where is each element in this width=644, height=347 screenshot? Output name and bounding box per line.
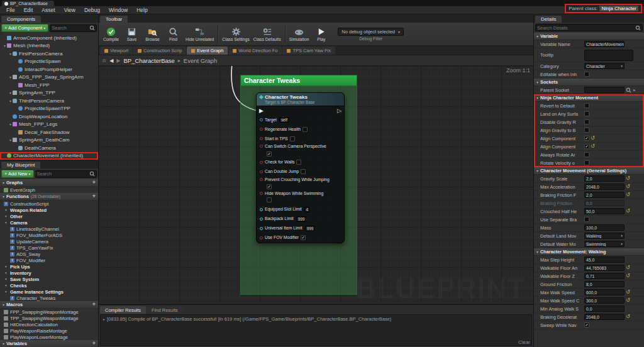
pin-checkbox[interactable] [290, 136, 295, 141]
expander-icon[interactable]: ▸ [103, 317, 105, 321]
menu-help[interactable]: Help [132, 7, 152, 13]
property-checkbox[interactable] [584, 72, 589, 77]
component-tree-item-projectilespawntpp[interactable]: ProjectileSpawnTPP [0, 105, 98, 113]
menu-file[interactable]: File [2, 7, 19, 13]
breadcrumb-current[interactable]: Event Graph [184, 57, 217, 64]
search-icon[interactable] [626, 87, 631, 93]
section-header-character-movement-general-settings[interactable]: ▾Character Movement (General Settings) [534, 167, 644, 175]
find-button[interactable]: Find [163, 23, 184, 45]
my-blueprint-tab[interactable]: My Blueprint [1, 162, 40, 168]
menu-debug[interactable]: Debug [80, 7, 104, 13]
my-blueprint-search[interactable] [35, 170, 97, 178]
play-button[interactable]: Play [311, 23, 331, 45]
forward-arrow-icon[interactable]: ▶ [116, 58, 120, 63]
field-max-acceleration[interactable]: 2048,0 [584, 184, 625, 190]
field-max-step-height[interactable]: 45,0 [584, 256, 625, 263]
tab-event-graph[interactable]: Event Graph [187, 47, 228, 55]
component-tree-item-decal-fakeshadow[interactable]: Decal_FakeShadow [0, 128, 98, 136]
section-header-character-movement-walking[interactable]: ▾Character Movement: Walking [534, 248, 644, 256]
component-tree-item-arrowcomponent-inherited[interactable]: ArrowComponent (Inherited) [0, 34, 98, 42]
dropdown-default-water-mo[interactable]: Swimming▾ [584, 241, 625, 247]
property-checkbox[interactable] [584, 160, 589, 165]
dropdown-category[interactable]: Character▾ [584, 63, 625, 69]
class-defaults-button[interactable]: Class Defaults [252, 23, 283, 45]
component-tree-item-thirdpersoncamera[interactable]: ▾ThirdPersonCamera [0, 97, 98, 105]
myblueprint-item-ads-sway[interactable]: fADS_Sway [0, 251, 98, 257]
pin-can-switch-camera-perspective[interactable]: Can Switch Camera Perspective [257, 143, 344, 158]
compiler-log-area[interactable]: ▸ [0833.85] Compile of BP_CharacterBase … [100, 314, 532, 346]
component-tree-item-deathcamera[interactable]: DeathCamera [0, 144, 98, 152]
section-header-ninja-character-movement[interactable]: ▾Ninja Character Movement [534, 94, 644, 102]
property-checkbox[interactable] [584, 144, 589, 149]
menu-window[interactable]: Window [104, 7, 132, 13]
parent-class-link[interactable]: Ninja Character [599, 6, 638, 11]
add-new-button[interactable]: + Add New ▾ [1, 170, 34, 178]
property-checkbox[interactable] [584, 103, 589, 108]
myblueprint-item-camera[interactable]: ▾Camera [0, 219, 98, 226]
comment-box[interactable]: Character Tweaks Character Tweaks Target… [240, 75, 357, 295]
myblueprint-item-save-system[interactable]: ▾Save System [0, 276, 98, 282]
back-arrow-icon[interactable]: ◀ [109, 58, 113, 63]
menu-view[interactable]: View [60, 7, 80, 13]
hide-unrelated-button[interactable]: Hide Unrelated [184, 23, 216, 45]
field-braking-friction[interactable]: 0,0 [584, 200, 625, 206]
myblueprint-item-constructionscript[interactable]: fConstructionScript [0, 201, 98, 207]
comment-title[interactable]: Character Tweaks [240, 75, 357, 85]
field-tooltip[interactable] [584, 50, 633, 61]
pin-use-fov-modifier[interactable]: Use FOV Modifier [257, 233, 344, 243]
component-tree-item-charactermovement-inherited[interactable]: CharacterMovement (Inherited) [0, 152, 98, 160]
clear-log-button[interactable]: Clear [518, 339, 530, 345]
myblueprint-item-fpp-swappingweaponmontage[interactable]: FPP_SwappingWeaponMontage [0, 309, 98, 315]
section-header-sockets[interactable]: ▾Sockets [534, 79, 644, 86]
menu-asset[interactable]: Asset [37, 7, 59, 13]
component-tree-item-mesh-fpp-legs[interactable]: ▾Mesh_FPP_Legs [0, 121, 98, 129]
class-settings-button[interactable]: Class Settings [220, 23, 251, 45]
field-variable-name[interactable]: CharacterMovement [584, 41, 625, 47]
pin-checkbox[interactable] [267, 151, 272, 157]
field-mass[interactable]: 100,0 [584, 224, 625, 231]
menu-edit[interactable]: Edit [19, 7, 38, 13]
details-search[interactable] [535, 24, 643, 31]
pin-prevent-crouching-while-jumping[interactable]: Prevent Crouching While Jumping [257, 177, 344, 191]
simulation-button[interactable]: Simulation [287, 23, 311, 45]
property-checkbox[interactable] [584, 128, 589, 133]
pin-regenerate-health[interactable]: Regenerate Health [257, 124, 344, 134]
pin-start-in-tps[interactable]: Start in TPS [257, 134, 344, 143]
browse-button[interactable]: Browse [142, 23, 163, 45]
property-checkbox[interactable] [584, 217, 589, 222]
field-braking-decelerat[interactable]: 2048,0 [584, 314, 625, 320]
pin-checkbox[interactable] [267, 197, 272, 202]
section-header-variable[interactable]: ▾Variable [534, 33, 644, 40]
components-tab[interactable]: Components [1, 16, 41, 23]
myblueprint-item-playweaponraisemontage[interactable]: PlayWeaponRaiseMontage [0, 328, 98, 334]
exec-out-pin[interactable]: ▷ [337, 107, 341, 114]
favorite-star-icon[interactable]: ☆ [102, 58, 106, 63]
section-header-macros[interactable]: ▾Macros+ [0, 301, 98, 309]
field-walkable-floor-z[interactable]: 0,71 [584, 273, 625, 279]
tab-viewport[interactable]: Viewport [100, 47, 133, 55]
component-tree-item-mesh-fpp[interactable]: Mesh_FPP [0, 81, 98, 89]
my-blueprint-search-input[interactable] [37, 171, 90, 177]
myblueprint-item-weapon-related[interactable]: ▾Weapon Related [0, 207, 98, 213]
component-tree-item-interactprompthelper[interactable]: InteractPromptHelper [0, 65, 98, 74]
debug-object-dropdown[interactable]: No debug object selected▾ [338, 28, 404, 36]
tab-construction-scrip[interactable]: Construction Scrip [133, 47, 186, 55]
component-tree-item-dropweaponlocation[interactable]: DropWeaponLocation [0, 113, 98, 121]
property-checkbox[interactable] [584, 136, 589, 141]
myblueprint-item-fov-modifierforads[interactable]: fFOV_ModifierForADS [0, 232, 98, 238]
section-header-functions[interactable]: ▾Functions(28 Overridable)+ [0, 193, 98, 201]
pin-checkbox[interactable] [301, 235, 306, 240]
myblueprint-item-hitdirectioncalculation[interactable]: HitDirectionCalculation [0, 321, 98, 328]
field-crouched-half-he[interactable]: 50,0 [584, 208, 625, 214]
property-checkbox[interactable] [584, 322, 589, 328]
field-walkable-floor-an[interactable]: 44,765083 [584, 265, 625, 271]
pin-can-double-jump[interactable]: Can Double Jump [257, 167, 344, 177]
property-checkbox[interactable] [584, 119, 589, 124]
pin-checkbox[interactable] [303, 127, 308, 132]
components-search-input[interactable] [52, 25, 89, 31]
details-search-input[interactable] [537, 25, 635, 31]
field-max-walk-speed-c[interactable]: 300,0 [584, 297, 625, 304]
pin-target[interactable]: Targetself [257, 115, 344, 124]
dropdown-default-land-mov[interactable]: Walking▾ [584, 233, 625, 239]
pin-checkbox[interactable] [301, 169, 306, 174]
